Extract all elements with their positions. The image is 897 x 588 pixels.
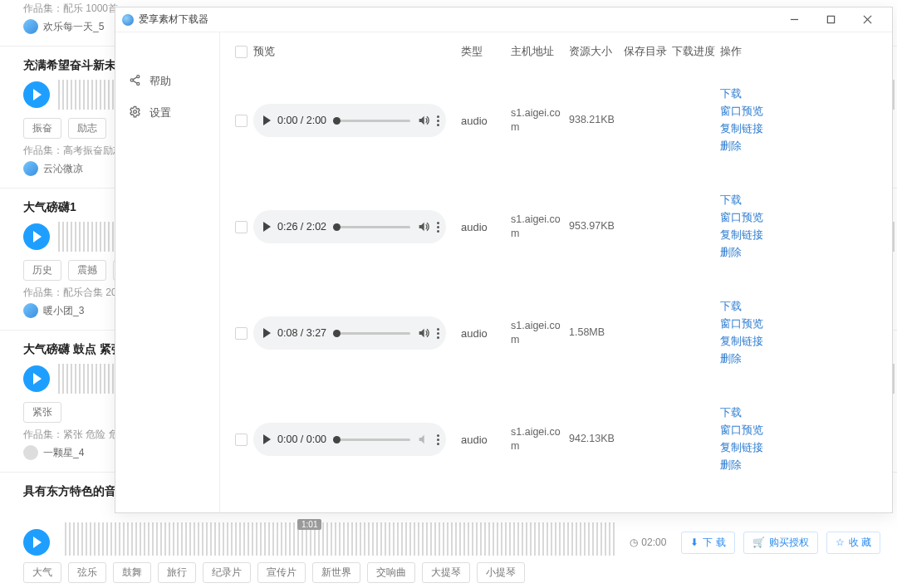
author-name: 欢乐每一天_5 [43,20,104,34]
svg-line-7 [133,77,137,80]
volume-icon[interactable] [417,433,430,446]
sidebar-item-help[interactable]: 帮助 [115,66,219,97]
time-label: 0:08 / 3:27 [277,327,326,339]
play-button[interactable] [23,529,50,556]
volume-icon[interactable] [417,326,430,340]
play-button[interactable] [23,81,50,108]
favorite-button[interactable]: ☆收 藏 [826,532,880,554]
row-checkbox[interactable] [235,115,248,127]
tag[interactable]: 旅行 [158,562,196,583]
star-icon: ☆ [836,537,845,548]
audio-player[interactable]: 0:00 / 0:00 [253,423,446,456]
action-window-preview[interactable]: 窗口预览 [720,424,768,438]
more-icon[interactable] [437,115,439,126]
host-cell: s1.aigei.com [511,319,569,348]
action-copy-link[interactable]: 复制链接 [720,441,768,455]
col-type: 类型 [461,44,511,59]
sidebar-item-label: 帮助 [150,74,171,89]
tag[interactable]: 新世界 [312,562,360,583]
col-size: 资源大小 [569,44,624,59]
tag[interactable]: 大气 [23,562,61,583]
more-icon[interactable] [437,328,439,339]
window-title: 爱享素材下载器 [139,12,208,27]
tag[interactable]: 历史 [23,260,61,281]
action-window-preview[interactable]: 窗口预览 [720,317,768,331]
action-download[interactable]: 下载 [720,87,768,101]
action-delete[interactable]: 删除 [720,246,768,260]
bottom-panel: 1:01 ◷02:00 ⬇下 载 🛒购买授权 ☆收 藏 大气弦乐鼓舞旅行纪录片宣… [23,522,880,583]
svg-point-9 [134,110,137,114]
more-icon[interactable] [437,434,439,445]
more-icon[interactable] [437,222,439,233]
table-row: 0:00 / 0:00 audio s1.aigei.com 942.13KB … [228,386,872,492]
tag[interactable]: 纪录片 [203,562,251,583]
table-row: 0:00 / 0:00 audio s1.aigei.com 616.30KB … [228,492,872,512]
download-icon: ⬇ [690,537,698,548]
close-button[interactable] [849,7,885,32]
volume-icon[interactable] [417,220,430,233]
tag[interactable]: 鼓舞 [113,562,151,583]
avatar [23,19,38,34]
col-host: 主机地址 [511,44,569,59]
tag[interactable]: 弦乐 [68,562,106,583]
avatar [23,303,38,318]
tag[interactable]: 振奋 [23,118,61,139]
seek-bar[interactable] [333,332,410,335]
tag[interactable]: 大提琴 [422,562,470,583]
volume-icon[interactable] [417,114,430,127]
seek-bar[interactable] [333,120,410,122]
size-cell: 1.58MB [569,326,624,341]
row-checkbox[interactable] [235,221,248,233]
play-icon[interactable] [263,115,271,125]
size-cell: 942.13KB [569,432,624,447]
svg-rect-1 [827,16,834,22]
action-download[interactable]: 下载 [720,406,768,420]
host-cell: s1.aigei.com [511,106,569,135]
host-cell: s1.aigei.com [511,425,569,454]
seek-bar[interactable] [333,226,410,228]
size-cell: 938.21KB [569,113,624,128]
action-window-preview[interactable]: 窗口预览 [720,105,768,119]
play-icon[interactable] [263,222,271,232]
action-download[interactable]: 下载 [720,300,768,314]
play-icon[interactable] [263,434,271,444]
tag[interactable]: 励志 [68,118,106,139]
row-checkbox[interactable] [235,327,248,340]
action-delete[interactable]: 删除 [720,458,768,473]
tag[interactable]: 紧张 [23,402,61,423]
play-button[interactable] [23,223,50,250]
duration: ◷02:00 [630,537,666,548]
tag[interactable]: 震撼 [68,260,106,281]
audio-player[interactable]: 0:26 / 2:02 [253,210,446,243]
author-name: 一颗星_4 [43,446,84,460]
table-row: 0:00 / 2:00 audio s1.aigei.com 938.21KB … [228,67,872,174]
audio-player[interactable]: 0:00 / 2:00 [253,104,446,137]
tag[interactable]: 宣传片 [257,562,306,583]
action-copy-link[interactable]: 复制链接 [720,335,768,349]
play-button[interactable] [23,365,50,392]
download-button[interactable]: ⬇下 载 [681,532,734,554]
action-copy-link[interactable]: 复制链接 [720,122,768,136]
action-delete[interactable]: 删除 [720,352,768,366]
minimize-button[interactable] [776,7,812,32]
titlebar[interactable]: 爱享素材下载器 [115,7,892,32]
maximize-button[interactable] [812,7,849,32]
type-cell: audio [461,327,511,340]
tag[interactable]: 小提琴 [477,562,525,583]
time-label: 0:00 / 0:00 [277,434,326,445]
cart-icon: 🛒 [752,537,765,548]
action-download[interactable]: 下载 [720,194,768,208]
tag[interactable]: 交响曲 [367,562,415,583]
actions-cell: 下载 窗口预览 复制链接 删除 [720,87,768,154]
buy-license-button[interactable]: 🛒购买授权 [743,532,818,554]
action-copy-link[interactable]: 复制链接 [720,228,768,243]
action-delete[interactable]: 删除 [720,140,768,154]
seek-bar[interactable] [333,439,410,441]
share-icon [129,74,141,89]
play-icon[interactable] [263,328,271,338]
sidebar-item-settings[interactable]: 设置 [115,97,219,129]
select-all-checkbox[interactable] [235,46,248,58]
action-window-preview[interactable]: 窗口预览 [720,211,768,225]
audio-player[interactable]: 0:08 / 3:27 [253,316,446,350]
row-checkbox[interactable] [235,434,248,446]
